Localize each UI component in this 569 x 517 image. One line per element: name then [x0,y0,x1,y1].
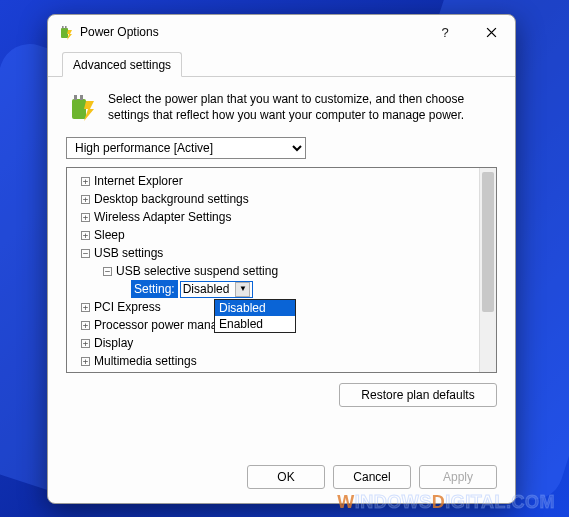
chevron-down-icon[interactable]: ▼ [235,282,250,297]
help-button[interactable]: ? [425,18,465,46]
cancel-button[interactable]: Cancel [333,465,411,489]
tree-item-wireless-adapter[interactable]: +Wireless Adapter Settings [69,208,494,226]
power-plan-select[interactable]: High performance [Active] [66,137,306,159]
dropdown-option-enabled[interactable]: Enabled [215,316,295,332]
expand-icon[interactable]: + [81,177,90,186]
titlebar: Power Options ? [48,15,515,49]
svg-rect-1 [62,26,64,29]
tree-item-display[interactable]: +Display [69,334,494,352]
settings-tree[interactable]: +Internet Explorer +Desktop background s… [69,172,494,370]
expand-icon[interactable]: + [81,321,90,330]
tab-strip: Advanced settings [48,49,515,77]
tree-item-usb-settings[interactable]: −USB settings [69,244,494,262]
tab-advanced-settings[interactable]: Advanced settings [62,52,182,77]
collapse-icon[interactable]: − [103,267,112,276]
expand-icon[interactable]: + [81,339,90,348]
tree-item-desktop-background[interactable]: +Desktop background settings [69,190,494,208]
collapse-icon[interactable]: − [81,249,90,258]
setting-label: Setting: [131,280,178,298]
ok-button[interactable]: OK [247,465,325,489]
tree-setting-row[interactable]: Setting:Disabled▼ [69,280,494,298]
svg-rect-0 [61,28,68,38]
power-options-dialog: Power Options ? Advanced settings Select… [47,14,516,504]
dropdown-option-disabled[interactable]: Disabled [215,300,295,316]
svg-rect-5 [80,95,83,100]
tree-item-usb-selective-suspend[interactable]: −USB selective suspend setting [69,262,494,280]
expand-icon[interactable]: + [81,231,90,240]
expand-icon[interactable]: + [81,303,90,312]
svg-rect-4 [74,95,77,100]
description-text: Select the power plan that you want to c… [108,91,497,123]
battery-icon [66,91,98,123]
settings-tree-panel: +Internet Explorer +Desktop background s… [66,167,497,373]
setting-value-combo[interactable]: Disabled▼ [180,281,254,298]
svg-rect-3 [72,99,86,119]
watermark: WINDOWSDIGITAL.COM [337,492,555,513]
tree-item-internet-explorer[interactable]: +Internet Explorer [69,172,494,190]
restore-defaults-button[interactable]: Restore plan defaults [339,383,497,407]
svg-rect-2 [65,26,67,29]
tree-item-sleep[interactable]: +Sleep [69,226,494,244]
close-button[interactable] [471,18,511,46]
power-plan-icon [58,24,74,40]
expand-icon[interactable]: + [81,357,90,366]
expand-icon[interactable]: + [81,213,90,222]
expand-icon[interactable]: + [81,195,90,204]
apply-button[interactable]: Apply [419,465,497,489]
scrollbar[interactable] [479,168,496,372]
setting-dropdown-list[interactable]: Disabled Enabled [214,299,296,333]
window-title: Power Options [80,25,419,39]
tree-item-multimedia[interactable]: +Multimedia settings [69,352,494,370]
